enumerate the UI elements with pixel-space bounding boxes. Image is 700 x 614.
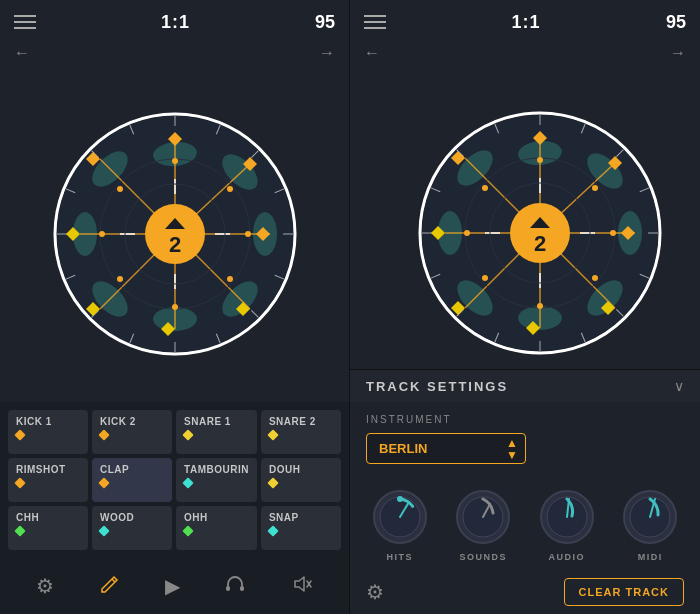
- right-settings-gear-icon[interactable]: ⚙: [366, 580, 384, 604]
- left-track-grid: KICK 1 KICK 2 SNARE 1 SNARE 2 RIMSHOT CL…: [0, 402, 349, 558]
- right-time-sig: 1:1: [511, 12, 540, 33]
- sounds-label: SOUNDS: [459, 552, 507, 562]
- svg-point-112: [592, 185, 598, 191]
- edit-icon[interactable]: [99, 573, 121, 600]
- chh-dot: [14, 525, 25, 536]
- midi-knob-container: MIDI: [621, 488, 679, 562]
- svg-point-111: [537, 157, 543, 163]
- midi-label: MIDI: [638, 552, 663, 562]
- right-nav-row: ← →: [350, 44, 700, 62]
- right-bpm: 95: [666, 12, 686, 33]
- left-nav-row: ← →: [0, 44, 349, 62]
- hits-knob[interactable]: [371, 488, 429, 546]
- select-arrows-icon: ▲ ▼: [506, 437, 518, 461]
- play-button[interactable]: ▶: [165, 574, 180, 598]
- instrument-select[interactable]: BERLIN: [366, 433, 526, 464]
- audio-label: AUDIO: [549, 552, 586, 562]
- svg-point-51: [227, 276, 233, 282]
- svg-point-118: [482, 185, 488, 191]
- tambourin-dot: [182, 477, 193, 488]
- sequencer-svg: 2: [45, 104, 305, 364]
- track-kick2[interactable]: KICK 2: [92, 410, 172, 454]
- rimshot-dot: [14, 477, 25, 488]
- svg-point-116: [482, 275, 488, 281]
- svg-point-52: [172, 304, 178, 310]
- right-sequencer[interactable]: 2: [350, 66, 700, 369]
- track-clap[interactable]: CLAP: [92, 458, 172, 502]
- sounds-knob[interactable]: [454, 488, 512, 546]
- track-ohh[interactable]: OHH: [176, 506, 257, 550]
- ohh-dot: [182, 525, 193, 536]
- svg-text:2: 2: [168, 232, 180, 257]
- hits-knob-container: HITS: [371, 488, 429, 562]
- midi-knob[interactable]: [621, 488, 679, 546]
- right-sequencer-svg: 2: [410, 103, 670, 363]
- left-time-sig: 1:1: [161, 12, 190, 33]
- right-circle-sequencer[interactable]: 2: [410, 103, 640, 333]
- left-back-arrow[interactable]: ←: [14, 44, 30, 62]
- track-snare2[interactable]: SNARE 2: [261, 410, 341, 454]
- track-wood[interactable]: WOOD: [92, 506, 172, 550]
- svg-point-117: [464, 230, 470, 236]
- svg-point-55: [117, 186, 123, 192]
- left-panel: 1:1 95 ← →: [0, 0, 350, 614]
- svg-rect-60: [240, 586, 244, 591]
- right-forward-arrow[interactable]: →: [670, 44, 686, 62]
- svg-point-53: [117, 276, 123, 282]
- left-forward-arrow[interactable]: →: [319, 44, 335, 62]
- left-circle-sequencer[interactable]: 2: [45, 104, 305, 364]
- track-chh[interactable]: CHH: [8, 506, 88, 550]
- track-settings-title: TRACK SETTINGS: [366, 379, 508, 394]
- douh-dot: [267, 477, 278, 488]
- instrument-select-wrapper[interactable]: BERLIN ▲ ▼: [366, 433, 526, 464]
- left-header: 1:1 95: [0, 0, 349, 44]
- wood-dot: [98, 525, 109, 536]
- right-back-arrow[interactable]: ←: [364, 44, 380, 62]
- headphones-icon[interactable]: [224, 573, 246, 600]
- svg-point-48: [172, 158, 178, 164]
- sounds-knob-container: SOUNDS: [454, 488, 512, 562]
- svg-rect-59: [226, 586, 230, 591]
- settings-bottom-row: ⚙ CLEAR TRACK: [350, 570, 700, 614]
- settings-icon[interactable]: ⚙: [36, 574, 54, 598]
- svg-point-114: [592, 275, 598, 281]
- audio-knob-container: AUDIO: [538, 488, 596, 562]
- svg-text:2: 2: [534, 231, 546, 256]
- clap-dot: [98, 477, 109, 488]
- hits-label: HITS: [386, 552, 413, 562]
- left-toolbar: ⚙ ▶: [0, 558, 349, 614]
- snap-dot: [267, 525, 278, 536]
- track-tambourin[interactable]: TAMBOURIN: [176, 458, 257, 502]
- svg-point-49: [227, 186, 233, 192]
- chevron-down-icon[interactable]: ∨: [674, 378, 684, 394]
- track-rimshot[interactable]: RIMSHOT: [8, 458, 88, 502]
- knobs-row: HITS SOUNDS: [350, 476, 700, 570]
- right-menu-button[interactable]: [364, 15, 386, 29]
- track-douh[interactable]: DOUH: [261, 458, 341, 502]
- track-settings-header[interactable]: TRACK SETTINGS ∨: [350, 369, 700, 402]
- snare1-dot: [182, 429, 193, 440]
- track-kick1[interactable]: KICK 1: [8, 410, 88, 454]
- svg-point-50: [245, 231, 251, 237]
- kick1-dot: [14, 429, 25, 440]
- svg-point-54: [99, 231, 105, 237]
- instrument-section: INSTRUMENT BERLIN ▲ ▼: [350, 402, 700, 476]
- left-bpm: 95: [315, 12, 335, 33]
- right-panel: 1:1 95 ← →: [350, 0, 700, 614]
- track-snap[interactable]: SNAP: [261, 506, 341, 550]
- svg-point-124: [397, 496, 403, 502]
- left-sequencer[interactable]: 2: [0, 66, 349, 402]
- instrument-label: INSTRUMENT: [366, 414, 684, 425]
- snare2-dot: [267, 429, 278, 440]
- right-header: 1:1 95: [350, 0, 700, 44]
- left-menu-button[interactable]: [14, 15, 36, 29]
- mute-icon[interactable]: [291, 573, 313, 600]
- svg-point-115: [537, 303, 543, 309]
- svg-point-113: [610, 230, 616, 236]
- audio-knob[interactable]: [538, 488, 596, 546]
- kick2-dot: [98, 429, 109, 440]
- track-snare1[interactable]: SNARE 1: [176, 410, 257, 454]
- clear-track-button[interactable]: CLEAR TRACK: [564, 578, 684, 606]
